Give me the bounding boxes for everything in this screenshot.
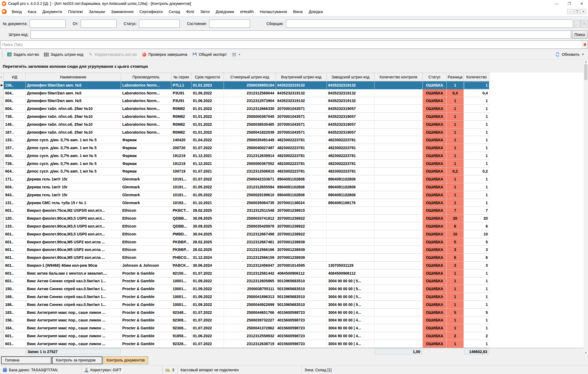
- table-cell[interactable]: 01.01.2022: [191, 128, 224, 136]
- table-cell[interactable]: 130705031129: [327, 262, 374, 269]
- table-cell[interactable]: 1: [464, 285, 489, 293]
- table-row[interactable]: 186..Викс Актив Синекс спрей наз.0.5мг/м…: [0, 301, 588, 309]
- table-cell[interactable]: 2500044651766: [224, 309, 276, 317]
- table-cell[interactable]: 2070001014595: [276, 262, 327, 269]
- table-cell[interactable]: 01.07.2022: [191, 340, 224, 348]
- vertical-scrollbar[interactable]: ▲ ▼: [584, 60, 588, 355]
- table-row[interactable]: 601..Викрил фиолет.90см,М3,5 USP0 кол.иг…: [0, 230, 588, 238]
- table-cell[interactable]: 10001...: [171, 293, 191, 301]
- table-cell[interactable]: [374, 89, 423, 97]
- table-cell[interactable]: [374, 340, 423, 348]
- menu-item-філії[interactable]: Філії: [183, 8, 197, 16]
- table-cell[interactable]: 1: [464, 136, 489, 144]
- table-cell[interactable]: 1: [464, 128, 489, 136]
- column-header-6[interactable]: Стикерный штрих-код: [224, 73, 276, 81]
- table-cell[interactable]: Депос сусп. д/ин. 0,7% амп. 1 мл № 5: [26, 152, 121, 160]
- menu-item-склад[interactable]: Склад: [166, 8, 183, 16]
- table-cell[interactable]: [374, 301, 423, 309]
- table-cell[interactable]: 0,2: [447, 168, 464, 176]
- table-cell[interactable]: ОШИБКА: [423, 340, 447, 348]
- table-cell[interactable]: 0,4: [447, 89, 464, 97]
- table-cell[interactable]: 2312312666330: [224, 105, 276, 113]
- table-cell[interactable]: 01.06.2022: [191, 332, 224, 340]
- table-cell[interactable]: 601..: [4, 277, 26, 285]
- table-cell[interactable]: [327, 230, 374, 238]
- table-row[interactable]: 601..Викс Антигрипп макс пор., саше лимо…: [0, 332, 588, 340]
- table-cell[interactable]: 6: [447, 254, 464, 262]
- column-header-10[interactable]: Статус: [423, 73, 447, 81]
- table-cell[interactable]: PKBBP...: [171, 246, 191, 254]
- table-cell[interactable]: 20: [447, 214, 464, 222]
- toolbar-grip[interactable]: [2, 51, 3, 58]
- table-cell[interactable]: 1: [464, 160, 489, 168]
- table-cell[interactable]: 5013965683510: [276, 277, 327, 285]
- column-header-8[interactable]: Заводской штрих-код: [327, 73, 374, 81]
- table-cell[interactable]: 8904091102808: [276, 183, 327, 191]
- column-header-5[interactable]: Срок годности: [191, 73, 224, 81]
- tab-контроль-за-приходом[interactable]: Контроль за приходом: [52, 356, 102, 364]
- table-row[interactable]: 171..Дерива гель 1мг/г 15гGlenmark10191.…: [0, 175, 588, 183]
- table-cell[interactable]: 5: [464, 309, 489, 317]
- table-cell[interactable]: 01.12.2021: [191, 160, 224, 168]
- table-cell[interactable]: 01.05.2022: [191, 183, 224, 191]
- table-cell[interactable]: P7LL1: [171, 81, 191, 89]
- table-cell[interactable]: 604..: [4, 97, 26, 105]
- table-cell[interactable]: [374, 121, 423, 128]
- table-cell[interactable]: P3U91: [171, 89, 191, 97]
- doc-number-input[interactable]: [30, 20, 66, 28]
- table-cell[interactable]: 2312312566159: [224, 254, 276, 262]
- table-cell[interactable]: [374, 254, 423, 262]
- table-row[interactable]: 601..Викрил фиолет.90см,М5 USP2 кол.игла…: [0, 254, 588, 262]
- table-row[interactable]: 131..Дерива СМС гель туба 15 г № 1Glenma…: [0, 199, 588, 207]
- mdi-minimize-button[interactable]: –: [567, 9, 573, 14]
- table-cell[interactable]: 8435232319132: [276, 81, 327, 89]
- table-cell[interactable]: 5013965683510: [276, 285, 327, 293]
- table-cell[interactable]: 8435232319132: [276, 89, 327, 97]
- table-cell[interactable]: 2500000367045: [224, 113, 276, 121]
- table-cell[interactable]: 1: [464, 324, 489, 332]
- table-cell[interactable]: 2070001238922: [276, 222, 327, 230]
- table-cell[interactable]: 01.04.2022: [191, 136, 224, 144]
- table-cell[interactable]: 4015600598723: [276, 332, 327, 340]
- table-cell[interactable]: [374, 222, 423, 230]
- table-cell[interactable]: 1: [464, 81, 489, 89]
- table-cell[interactable]: 1: [464, 152, 489, 160]
- table-cell[interactable]: Procter & Gamble: [121, 332, 171, 340]
- mdi-close-button[interactable]: ✕: [580, 9, 586, 14]
- table-cell[interactable]: Laboratorios Norm...: [121, 113, 171, 121]
- table-cell[interactable]: 1: [447, 121, 464, 128]
- table-cell[interactable]: ОШИБКА: [423, 285, 447, 293]
- table-cell[interactable]: Викс Актив Синекс спрей наз.0.5мг/мл 1..…: [26, 285, 121, 293]
- table-cell[interactable]: 1: [447, 144, 464, 152]
- table-cell[interactable]: 1: [464, 301, 489, 309]
- menu-item-довідники[interactable]: Довідники: [213, 8, 237, 16]
- table-cell[interactable]: 604..: [4, 152, 26, 160]
- table-cell[interactable]: [374, 81, 423, 89]
- table-cell[interactable]: [374, 183, 423, 191]
- table-cell[interactable]: 3004 90 00 00 | 4...: [327, 316, 374, 324]
- table-cell[interactable]: 2312312667481: [224, 238, 276, 246]
- table-cell[interactable]: 601..: [4, 238, 26, 246]
- table-cell[interactable]: 167..: [4, 128, 26, 136]
- column-header-7[interactable]: Внутренний штрих-код: [276, 73, 327, 81]
- scroll-up-icon[interactable]: ▲: [584, 60, 588, 64]
- table-cell[interactable]: 01.01.2022: [191, 113, 224, 121]
- table-cell[interactable]: 28.02.2025: [191, 207, 224, 215]
- scroll-down-icon[interactable]: ▼: [584, 351, 588, 355]
- table-row[interactable]: 604..Депос сусп. д/ин. 0,7% амп. 1 мл № …: [0, 152, 588, 160]
- table-cell[interactable]: 3: [447, 246, 464, 254]
- table-cell[interactable]: ОШИБКА: [423, 191, 447, 199]
- table-cell[interactable]: 2070001238915: [276, 207, 327, 215]
- table-cell[interactable]: [374, 332, 423, 340]
- table-cell[interactable]: [374, 199, 423, 207]
- table-cell[interactable]: Викрил-1 (W9468) 40мм кол-реж 90см: [26, 262, 121, 269]
- table-cell[interactable]: 0,2: [464, 168, 489, 176]
- table-cell[interactable]: ОШИБКА: [423, 301, 447, 309]
- table-cell[interactable]: 2070001238939: [276, 238, 327, 246]
- column-header-3[interactable]: Производитель: [121, 73, 171, 81]
- table-row[interactable]: 601..Викс Актив Синекс спрей наз.0.5мг/м…: [0, 277, 588, 285]
- table-cell[interactable]: R0M82: [171, 105, 191, 113]
- table-cell[interactable]: 943..: [4, 191, 26, 199]
- table-cell[interactable]: [374, 128, 423, 136]
- table-cell[interactable]: 131..: [4, 199, 26, 207]
